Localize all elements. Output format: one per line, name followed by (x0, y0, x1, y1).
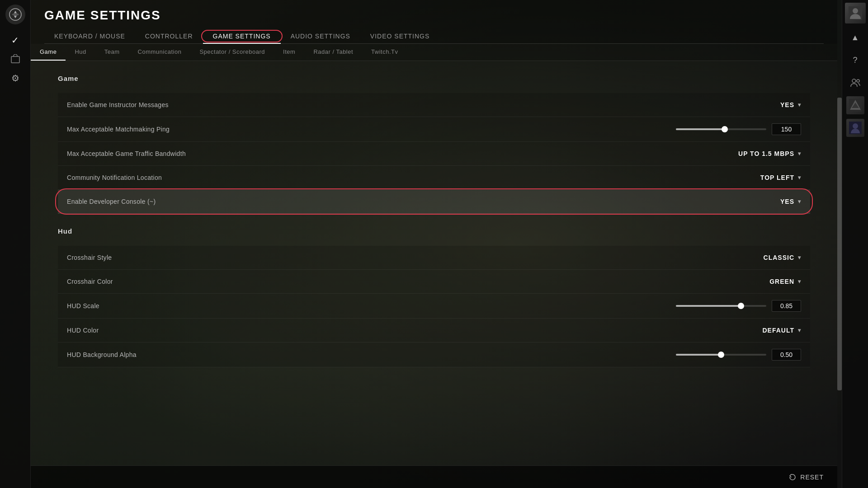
crosshair-color-dropdown[interactable]: GREEN ▾ (769, 276, 801, 287)
hud-alpha-slider-thumb[interactable] (718, 352, 724, 358)
header: GAME SETTINGS Keyboard / Mouse Controlle… (31, 0, 837, 44)
setting-notification-location: Community Notification Location TOP LEFT… (58, 166, 810, 190)
hud-section: Hud Crosshair Style CLASSIC ▾ Crosshair … (58, 227, 810, 367)
nav-audio-settings[interactable]: Audio Settings (281, 29, 360, 43)
setting-control-ping (676, 123, 801, 135)
setting-game-instructor-messages: Enable Game Instructor Messages YES ▾ (58, 93, 810, 117)
devconsole-dropdown-arrow: ▾ (798, 198, 801, 205)
avatar3-icon[interactable] (845, 117, 866, 138)
notification-dropdown-arrow: ▾ (798, 174, 801, 181)
setting-control-hud-scale (676, 300, 801, 312)
bandwidth-dropdown[interactable]: UP TO 1.5 MBPS ▾ (738, 148, 801, 159)
setting-crosshair-color: Crosshair Color GREEN ▾ (58, 270, 810, 294)
crosshair-style-arrow: ▾ (798, 254, 801, 261)
setting-control-crosshair-color: GREEN ▾ (711, 276, 801, 287)
bottom-bar: RESET (31, 465, 837, 488)
setting-label-hud-scale: HUD Scale (67, 302, 676, 310)
settings-content: Game Enable Game Instructor Messages YES… (31, 61, 837, 465)
reset-button[interactable]: RESET (788, 473, 824, 481)
reset-icon (788, 473, 797, 481)
main-panel: GAME SETTINGS Keyboard / Mouse Controlle… (31, 0, 837, 488)
ping-slider-fill (676, 128, 725, 130)
bandwidth-dropdown-arrow: ▾ (798, 150, 801, 157)
hud-alpha-slider-track[interactable] (676, 354, 766, 356)
svg-point-8 (853, 123, 858, 129)
sidebar-settings-icon[interactable]: ⚙ (7, 70, 24, 87)
svg-rect-1 (11, 56, 19, 63)
nav-controller[interactable]: Controller (135, 29, 203, 43)
hud-scale-slider-fill (676, 305, 741, 307)
game-section-header: Game (58, 75, 810, 86)
hud-alpha-slider-container (676, 349, 801, 361)
nav-video-settings[interactable]: Video Settings (360, 29, 439, 43)
scrollbar-track[interactable] (837, 0, 842, 488)
player-avatar[interactable] (845, 3, 866, 23)
hud-scale-slider-container (676, 300, 801, 312)
friends-icon[interactable] (845, 72, 866, 93)
setting-hud-bg-alpha: HUD Background Alpha (58, 343, 810, 367)
setting-label-hud-color: HUD Color (67, 327, 711, 334)
main-nav: Keyboard / Mouse Controller Game Setting… (44, 29, 824, 44)
setting-hud-color: HUD Color DEFAULT ▾ (58, 319, 810, 343)
setting-control-hud-bg-alpha (676, 349, 801, 361)
subnav-game[interactable]: Game (31, 44, 66, 61)
subnav-communication[interactable]: Communication (129, 44, 191, 61)
setting-label-hud-bg-alpha: HUD Background Alpha (67, 351, 676, 358)
svg-point-3 (853, 8, 858, 14)
game-settings-list: Enable Game Instructor Messages YES ▾ Ma… (58, 93, 810, 214)
subnav-radar-tablet[interactable]: Radar / Tablet (304, 44, 362, 61)
setting-label-ping: Max Acceptable Matchmaking Ping (67, 126, 676, 133)
setting-control-instructor: YES ▾ (711, 99, 801, 110)
hud-alpha-value-input[interactable] (772, 349, 801, 361)
setting-control-devconsole: YES ▾ (711, 196, 801, 207)
instructor-messages-dropdown[interactable]: YES ▾ (780, 99, 801, 110)
setting-control-bandwidth: UP TO 1.5 MBPS ▾ (711, 148, 801, 159)
subnav-twitchtv[interactable]: Twitch.tv (362, 44, 407, 61)
chevron-up-icon[interactable]: ▲ (845, 27, 866, 48)
crosshair-style-dropdown[interactable]: CLASSIC ▾ (764, 252, 801, 263)
hud-color-arrow: ▾ (798, 327, 801, 333)
instructor-dropdown-arrow: ▾ (798, 102, 801, 108)
avatar2-icon[interactable] (845, 95, 866, 116)
setting-bandwidth: Max Acceptable Game Traffic Bandwidth UP… (58, 142, 810, 166)
hud-scale-slider-thumb[interactable] (738, 303, 744, 309)
sidebar-checkmark-icon[interactable]: ✓ (7, 32, 24, 49)
hud-scale-slider-track[interactable] (676, 305, 766, 307)
setting-control-hud-color: DEFAULT ▾ (711, 325, 801, 336)
ping-value-input[interactable] (772, 123, 801, 135)
notification-location-dropdown[interactable]: TOP LEFT ▾ (760, 172, 801, 183)
setting-control-crosshair-style: CLASSIC ▾ (711, 252, 801, 263)
hud-color-dropdown[interactable]: DEFAULT ▾ (762, 325, 801, 336)
sidebar-inventory-icon[interactable] (7, 51, 24, 68)
nav-game-settings[interactable]: Game Settings (203, 29, 281, 43)
subnav-item[interactable]: Item (274, 44, 304, 61)
subnav-spectator-scoreboard[interactable]: Spectator / Scoreboard (190, 44, 274, 61)
help-icon[interactable]: ? (845, 50, 866, 70)
hud-scale-value-input[interactable] (772, 300, 801, 312)
ping-slider-track[interactable] (676, 128, 766, 130)
right-sidebar: ▲ ? (842, 0, 868, 488)
crosshair-color-arrow: ▾ (798, 278, 801, 285)
logo[interactable] (5, 5, 25, 24)
scrollbar-thumb[interactable] (837, 98, 842, 390)
svg-point-4 (852, 79, 856, 83)
svg-point-5 (857, 80, 859, 82)
setting-hud-scale: HUD Scale (58, 294, 810, 319)
subnav-hud[interactable]: Hud (66, 44, 95, 61)
page-title: GAME SETTINGS (44, 8, 824, 23)
left-sidebar: ✓ ⚙ (0, 0, 31, 488)
developer-console-dropdown[interactable]: YES ▾ (780, 196, 801, 207)
setting-label-crosshair-style: Crosshair Style (67, 254, 711, 261)
hud-settings-list: Crosshair Style CLASSIC ▾ Crosshair Colo… (58, 246, 810, 367)
setting-label-instructor: Enable Game Instructor Messages (67, 101, 711, 108)
setting-label-notification: Community Notification Location (67, 174, 711, 181)
setting-crosshair-style: Crosshair Style CLASSIC ▾ (58, 246, 810, 270)
sub-nav: Game Hud Team Communication Spectator / … (31, 44, 837, 61)
nav-keyboard-mouse[interactable]: Keyboard / Mouse (44, 29, 135, 43)
setting-label-crosshair-color: Crosshair Color (67, 278, 711, 285)
setting-label-bandwidth: Max Acceptable Game Traffic Bandwidth (67, 150, 711, 157)
ping-slider-thumb[interactable] (722, 126, 728, 132)
ping-slider-container (676, 123, 801, 135)
setting-label-devconsole: Enable Developer Console (~) (67, 198, 711, 205)
subnav-team[interactable]: Team (95, 44, 129, 61)
